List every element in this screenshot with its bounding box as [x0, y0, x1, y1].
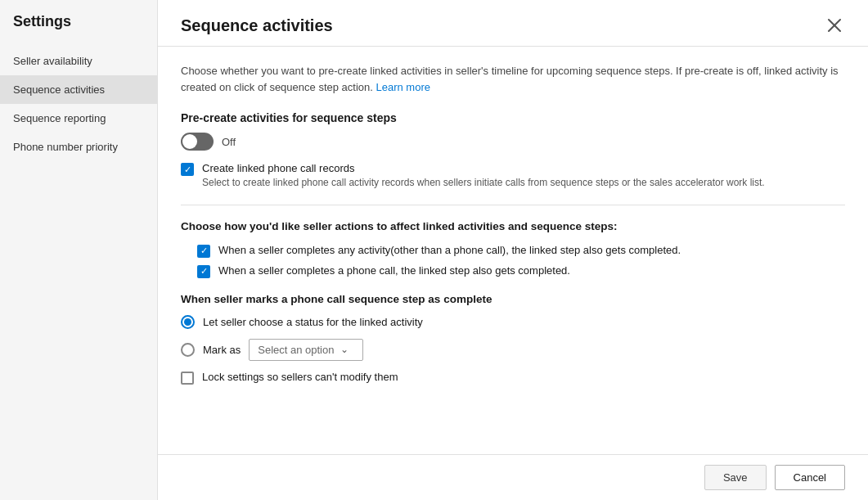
main-body: Choose whether you want to pre-create li…: [158, 47, 868, 454]
sidebar-item-sequence-activities[interactable]: Sequence activities: [0, 75, 157, 104]
save-button[interactable]: Save: [704, 465, 767, 490]
lock-row: Lock settings so sellers can't modify th…: [181, 371, 845, 385]
radio2-prefix: Mark as: [203, 344, 241, 356]
option2-checkbox[interactable]: ✓: [197, 265, 210, 278]
linked-phone-call-checkbox[interactable]: ✓: [181, 163, 194, 176]
option1-label: When a seller completes any activity(oth…: [218, 244, 681, 256]
main-footer: Save Cancel: [158, 454, 868, 500]
mark-as-dropdown[interactable]: Select an option ⌄: [249, 339, 363, 361]
learn-more-link[interactable]: Learn more: [376, 81, 430, 93]
checkmark-icon: ✓: [184, 165, 191, 174]
app-window: Settings Seller availability Sequence ac…: [0, 0, 868, 500]
precreate-toggle[interactable]: [181, 133, 214, 151]
radio1-inner: [184, 318, 191, 326]
checkmark-icon-2: ✓: [200, 246, 208, 255]
radio2[interactable]: [181, 343, 195, 357]
radio2-content: Mark as Select an option ⌄: [203, 339, 363, 361]
option1-row: ✓ When a seller completes any activity(o…: [197, 244, 845, 258]
sidebar-title: Settings: [0, 13, 157, 47]
divider-1: [181, 205, 845, 205]
sidebar-item-sequence-reporting[interactable]: Sequence reporting: [0, 104, 157, 133]
checkmark-icon-3: ✓: [200, 267, 208, 276]
linked-phone-call-row: ✓ Create linked phone call records Selec…: [181, 162, 845, 190]
lock-checkbox[interactable]: [181, 372, 194, 385]
main-header: Sequence activities: [158, 0, 868, 47]
close-button[interactable]: [824, 15, 845, 36]
choose-section-label: Choose how you'd like seller actions to …: [181, 220, 845, 232]
chevron-down-icon: ⌄: [340, 344, 349, 355]
sidebar: Settings Seller availability Sequence ac…: [0, 0, 158, 500]
option2-label: When a seller completes a phone call, th…: [218, 264, 570, 277]
linked-phone-call-label: Create linked phone call records: [202, 162, 765, 174]
precreate-section-label: Pre-create activities for sequence steps: [181, 111, 845, 124]
close-icon: [827, 18, 842, 33]
sidebar-item-seller-availability[interactable]: Seller availability: [0, 47, 157, 75]
when-section-label: When seller marks a phone call sequence …: [181, 293, 845, 305]
radio2-row: Mark as Select an option ⌄: [181, 339, 845, 361]
option2-row: ✓ When a seller completes a phone call, …: [197, 264, 845, 278]
cancel-button[interactable]: Cancel: [775, 465, 845, 490]
select-placeholder: Select an option: [258, 344, 334, 356]
radio1[interactable]: [181, 315, 195, 329]
linked-phone-call-sub: Select to create linked phone call activ…: [202, 176, 765, 190]
radio1-label: Let seller choose a status for the linke…: [203, 316, 423, 328]
lock-label: Lock settings so sellers can't modify th…: [202, 371, 398, 383]
description-text: Choose whether you want to pre-create li…: [181, 63, 845, 95]
precreate-toggle-row: Off: [181, 133, 845, 151]
sidebar-item-phone-number-priority[interactable]: Phone number priority: [0, 133, 157, 161]
main-content: Sequence activities Choose whether you w…: [158, 0, 868, 500]
toggle-label: Off: [222, 136, 236, 148]
radio1-row: Let seller choose a status for the linke…: [181, 315, 845, 329]
option1-checkbox[interactable]: ✓: [197, 245, 210, 258]
page-title: Sequence activities: [181, 16, 333, 35]
